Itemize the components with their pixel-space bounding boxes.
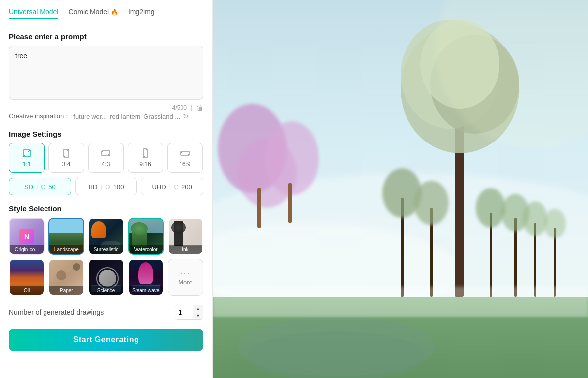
more-dots-icon: ···: [180, 269, 190, 278]
char-count: 4/500: [172, 104, 187, 111]
prompt-footer: 4/500 | 🗑: [9, 104, 203, 112]
prompt-input[interactable]: tree: [9, 46, 203, 100]
quality-hd[interactable]: HD | ⬡ 100: [75, 178, 137, 195]
quality-uhd[interactable]: UHD | ⬡ 200: [141, 178, 203, 195]
style-selection-label: Style Selection: [9, 204, 203, 213]
coin-icon-2: ⬡: [174, 184, 179, 190]
refresh-icon[interactable]: ↻: [183, 112, 189, 120]
style-steamwave-label: Steam wave: [129, 286, 163, 295]
quality-sd-label: SD: [24, 183, 33, 190]
svg-point-42: [414, 181, 449, 225]
style-science-label: Science: [89, 286, 123, 295]
ratio-label-4-3: 4:3: [102, 161, 110, 168]
ratio-icon-1-1: [21, 148, 32, 159]
left-panel: Universal Model Comic Model 🔥 Img2img Pl…: [0, 0, 213, 378]
clear-button[interactable]: 🗑: [196, 104, 203, 112]
fire-icon: 🔥: [111, 9, 118, 16]
style-landscape[interactable]: Landscape: [48, 218, 84, 255]
style-row-2: Oil Paper Science: [9, 259, 203, 296]
svg-point-48: [523, 201, 547, 236]
ratio-9-16[interactable]: 9:16: [128, 143, 163, 173]
ratio-label-3-4: 3:4: [62, 161, 71, 168]
inspiration-label: Creative inspiration：: [9, 112, 70, 121]
quality-sd[interactable]: SD | ⬡ 50: [9, 178, 71, 195]
stepper-buttons: ▲ ▼: [193, 305, 203, 319]
ratio-label-1-1: 1:1: [23, 161, 31, 168]
style-surrealistic[interactable]: Surrealistic: [88, 218, 124, 255]
quality-uhd-label: UHD: [152, 183, 166, 190]
style-oil-label: Oil: [10, 286, 44, 295]
tab-comic[interactable]: Comic Model 🔥: [68, 8, 118, 19]
coin-icon-0: ⬡: [41, 184, 45, 190]
ratio-icon-4-3: [100, 148, 111, 159]
svg-rect-31: [257, 188, 261, 228]
style-science[interactable]: Science: [88, 259, 124, 296]
divider: |: [191, 104, 192, 111]
inspiration-tag-0[interactable]: future wor...: [73, 113, 107, 120]
stepper-down[interactable]: ▼: [193, 312, 203, 319]
quality-sep-0: |: [36, 183, 38, 190]
svg-rect-5: [64, 149, 69, 157]
quality-sep-2: |: [169, 183, 171, 190]
style-ink-label: Ink: [169, 245, 202, 254]
quality-sd-cost: 50: [48, 183, 55, 190]
style-more-button[interactable]: ··· More: [168, 259, 203, 296]
ratio-4-3[interactable]: 4:3: [88, 143, 124, 173]
prompt-label: Please enter a prompt: [9, 32, 203, 41]
quality-sep-1: |: [100, 183, 102, 190]
style-watercolor-label: Watercolor: [129, 245, 163, 254]
ratio-grid: 1:1 3:4 4:3: [9, 143, 203, 173]
drawings-stepper[interactable]: ▲ ▼: [175, 305, 203, 320]
quality-row: SD | ⬡ 50 HD | ⬡ 100 UHD | ⬡ 200: [9, 178, 203, 195]
inspiration-tag-2[interactable]: Grassland ...: [143, 113, 180, 120]
svg-rect-10: [102, 151, 110, 156]
svg-point-50: [544, 209, 566, 238]
style-row-1: N Origin-co... Landscape Surrealistic: [9, 218, 203, 255]
drawings-input[interactable]: [175, 306, 193, 318]
quality-hd-cost: 100: [113, 183, 124, 190]
generated-image: [213, 0, 588, 378]
ratio-label-9-16: 9:16: [139, 161, 151, 168]
style-section: Style Selection N Origin-co... Landscape: [9, 204, 203, 296]
coin-icon-1: ⬡: [105, 184, 110, 190]
prompt-area: tree 4/500 | 🗑: [9, 46, 203, 112]
tabs: Universal Model Comic Model 🔥 Img2img: [9, 8, 203, 23]
svg-rect-20: [181, 151, 189, 155]
image-settings-label: Image Settings: [9, 130, 203, 138]
svg-point-44: [476, 188, 505, 228]
tab-img2img[interactable]: Img2img: [128, 8, 155, 19]
svg-rect-15: [143, 149, 147, 158]
style-watercolor[interactable]: Watercolor: [128, 218, 164, 255]
style-origin[interactable]: N Origin-co...: [9, 218, 45, 255]
quality-uhd-cost: 200: [181, 183, 192, 190]
inspiration-tag-1[interactable]: red lantern: [110, 113, 140, 120]
ratio-label-16-9: 16:9: [179, 161, 190, 168]
style-surrealistic-label: Surrealistic: [89, 245, 123, 254]
ratio-icon-3-4: [61, 148, 72, 159]
image-settings: Image Settings 1:1 3:4: [9, 130, 203, 195]
style-paper[interactable]: Paper: [48, 259, 84, 296]
quality-hd-label: HD: [89, 183, 98, 190]
ratio-16-9[interactable]: 16:9: [167, 143, 203, 173]
style-more-label: More: [178, 279, 193, 286]
main-container: Universal Model Comic Model 🔥 Img2img Pl…: [0, 0, 588, 378]
style-ink[interactable]: Ink: [168, 218, 203, 255]
tab-universal[interactable]: Universal Model: [9, 8, 58, 19]
ratio-icon-9-16: [140, 148, 151, 159]
svg-rect-33: [288, 183, 292, 223]
drawings-label: Number of generated drawings: [9, 308, 104, 316]
right-panel: [213, 0, 588, 378]
svg-rect-53: [213, 317, 588, 378]
style-oil[interactable]: Oil: [9, 259, 45, 296]
style-paper-label: Paper: [49, 286, 83, 295]
ratio-3-4[interactable]: 3:4: [48, 143, 84, 173]
style-landscape-label: Landscape: [49, 245, 83, 254]
svg-rect-54: [213, 287, 588, 317]
style-steamwave[interactable]: Steam wave: [128, 259, 164, 296]
ratio-1-1[interactable]: 1:1: [9, 143, 45, 173]
stepper-up[interactable]: ▲: [193, 305, 203, 312]
style-origin-label: Origin-co...: [10, 245, 44, 254]
inspiration-row: Creative inspiration： future wor... red …: [9, 112, 203, 121]
generate-button[interactable]: Start Generating: [9, 329, 203, 351]
drawings-row: Number of generated drawings ▲ ▼: [9, 305, 203, 320]
